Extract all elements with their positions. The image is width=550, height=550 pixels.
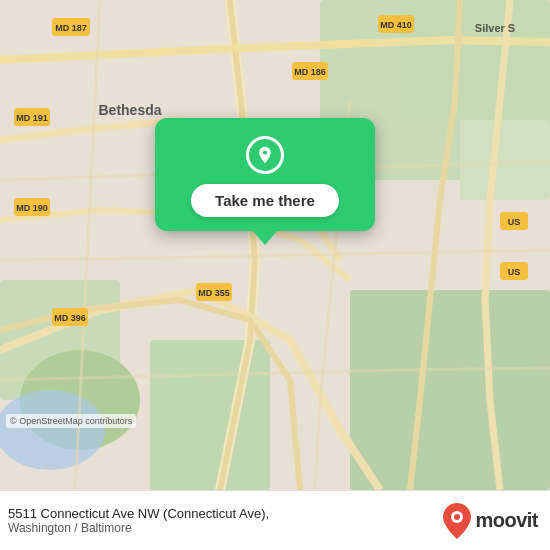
svg-rect-2 xyxy=(350,290,550,490)
svg-rect-6 xyxy=(400,0,550,120)
take-me-there-button[interactable]: Take me there xyxy=(191,184,339,217)
svg-text:MD 191: MD 191 xyxy=(16,113,48,123)
svg-text:US: US xyxy=(508,217,521,227)
location-pin xyxy=(246,136,284,174)
footer: 5511 Connecticut Ave NW (Connecticut Ave… xyxy=(0,490,550,550)
map-container: MD 187 MD 410 MD 186 MD 191 MD 190 MD 35… xyxy=(0,0,550,490)
city-line: Washington / Baltimore xyxy=(8,521,269,535)
osm-attribution: © OpenStreetMap contributors xyxy=(6,414,136,428)
moovit-logo[interactable]: moovit xyxy=(443,503,538,539)
svg-text:MD 396: MD 396 xyxy=(54,313,86,323)
svg-text:MD 190: MD 190 xyxy=(16,203,48,213)
svg-text:MD 355: MD 355 xyxy=(198,288,230,298)
svg-text:Bethesda: Bethesda xyxy=(98,102,161,118)
svg-point-30 xyxy=(454,514,460,520)
address-line: 5511 Connecticut Ave NW (Connecticut Ave… xyxy=(8,506,269,521)
svg-text:MD 187: MD 187 xyxy=(55,23,87,33)
svg-text:MD 410: MD 410 xyxy=(380,20,412,30)
svg-rect-5 xyxy=(150,340,270,490)
svg-point-8 xyxy=(0,390,105,470)
svg-rect-7 xyxy=(460,120,550,200)
popup-bubble: Take me there xyxy=(155,118,375,231)
svg-text:US: US xyxy=(508,267,521,277)
moovit-text: moovit xyxy=(475,509,538,532)
footer-text: 5511 Connecticut Ave NW (Connecticut Ave… xyxy=(8,506,269,535)
svg-text:MD 186: MD 186 xyxy=(294,67,326,77)
svg-text:Silver S: Silver S xyxy=(475,22,515,34)
moovit-pin-icon xyxy=(443,503,471,539)
